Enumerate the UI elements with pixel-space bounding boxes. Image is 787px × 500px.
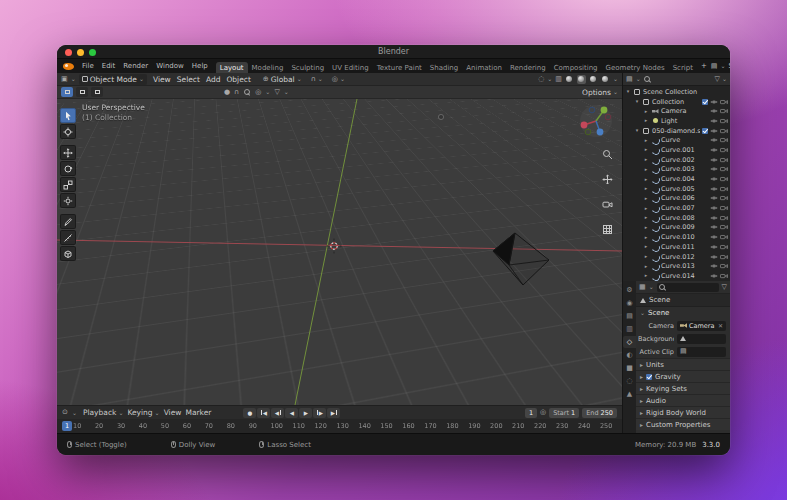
breadcrumb-label[interactable]: Scene xyxy=(649,296,670,304)
eye-icon[interactable] xyxy=(710,263,718,269)
camera-toggle-icon[interactable] xyxy=(720,244,728,250)
workspace-tab[interactable]: Sculpting xyxy=(287,62,328,73)
workspace-tab[interactable]: Animation xyxy=(462,62,506,73)
camera-toggle-icon[interactable] xyxy=(720,99,728,105)
select-mode-subtract-button[interactable] xyxy=(91,87,103,97)
properties-tab[interactable] xyxy=(623,323,636,335)
scene-selector[interactable]: Scene xyxy=(728,62,730,70)
menubar-item[interactable]: Window xyxy=(152,62,188,70)
properties-editor-icon[interactable]: ▦ xyxy=(639,284,646,291)
chevron-down-icon[interactable]: ⌄ xyxy=(340,76,345,82)
workspace-tab[interactable]: UV Editing xyxy=(328,62,373,73)
outliner-row[interactable]: ▸ Curve xyxy=(623,135,730,145)
scale-tool[interactable] xyxy=(60,177,76,192)
shading-rendered-button[interactable] xyxy=(601,75,610,84)
eye-icon[interactable] xyxy=(710,147,718,153)
viewport-menu-item[interactable]: Object xyxy=(223,75,253,84)
options-dropdown[interactable]: Options ⌄ xyxy=(582,88,618,97)
menubar-item[interactable]: Edit xyxy=(98,62,120,70)
menubar-item[interactable]: Render xyxy=(119,62,152,70)
camera-toggle-icon[interactable] xyxy=(720,234,728,240)
outliner-item-label[interactable]: Curve.001 xyxy=(661,146,708,154)
eye-icon[interactable] xyxy=(710,128,718,134)
timeline-menu-item[interactable]: Playback ⌄ xyxy=(81,408,126,417)
current-frame-field[interactable]: 1 xyxy=(525,408,537,418)
properties-tab[interactable] xyxy=(623,336,636,348)
workspace-tab[interactable]: Shading xyxy=(426,62,462,73)
timeline-editor-icon[interactable]: ⊙ xyxy=(62,409,68,416)
eye-icon[interactable] xyxy=(710,244,718,250)
jump-to-end-button[interactable]: ▶ xyxy=(327,408,340,418)
show-overlays-icon[interactable]: ◌ xyxy=(538,76,544,83)
play-button[interactable]: ▶ xyxy=(299,408,312,418)
chevron-down-icon[interactable]: ⌄ xyxy=(71,76,76,82)
camera-toggle-icon[interactable] xyxy=(720,108,728,114)
gizmo-toggle-icon[interactable]: ◎ xyxy=(255,89,261,96)
properties-tab[interactable] xyxy=(623,362,636,374)
properties-tab[interactable] xyxy=(623,349,636,361)
transform-tool[interactable] xyxy=(60,193,76,208)
outliner-row[interactable]: ▸ Light xyxy=(623,116,730,126)
add-workspace-button[interactable]: + xyxy=(697,62,711,70)
search-icon[interactable] xyxy=(644,75,652,83)
outliner-item-label[interactable]: Curve.014 xyxy=(661,272,708,280)
scene-section-header[interactable]: ⌄ Scene xyxy=(636,307,730,319)
properties-panel-header[interactable]: ▸ Audio xyxy=(636,394,730,406)
rotate-tool[interactable] xyxy=(60,161,76,176)
camera-toggle-icon[interactable] xyxy=(720,157,728,163)
camera-toggle-icon[interactable] xyxy=(720,186,728,192)
workspace-tab[interactable]: Rendering xyxy=(506,62,550,73)
expand-arrow-icon[interactable]: ▸ xyxy=(643,225,649,230)
camera-toggle-icon[interactable] xyxy=(720,195,728,201)
outliner-row[interactable]: ▸ Curve.002 xyxy=(623,155,730,165)
camera-toggle-icon[interactable] xyxy=(720,215,728,221)
diamond-object[interactable] xyxy=(493,233,549,285)
camera-toggle-icon[interactable] xyxy=(720,205,728,211)
outliner-item-label[interactable]: Curve.003 xyxy=(661,165,708,173)
mode-dropdown[interactable]: Object Mode ⌄ xyxy=(79,74,147,85)
workspace-tab[interactable]: Modeling xyxy=(248,62,288,73)
chevron-down-icon[interactable]: ⌄ xyxy=(649,284,654,290)
light-gizmo[interactable] xyxy=(438,114,443,119)
outliner-item-label[interactable]: Curve.002 xyxy=(661,156,708,164)
annotate-tool[interactable] xyxy=(60,214,76,229)
eye-icon[interactable] xyxy=(710,99,718,105)
camera-toggle-icon[interactable] xyxy=(720,254,728,260)
outliner-row[interactable]: ▸ Curve.003 xyxy=(623,165,730,175)
outliner-row[interactable]: ▾ Collection xyxy=(623,97,730,107)
workspace-tab[interactable]: Compositing xyxy=(550,62,602,73)
proportional-edit-icon[interactable]: ◎ xyxy=(332,76,338,83)
chevron-down-icon[interactable]: ⌄ xyxy=(265,89,270,95)
outliner-item-label[interactable]: Curve.006 xyxy=(661,194,708,202)
outliner-item-label[interactable]: Light xyxy=(661,117,708,125)
properties-tab[interactable] xyxy=(623,375,636,387)
camera-toggle-icon[interactable] xyxy=(720,147,728,153)
workspace-tab[interactable]: Texture Paint xyxy=(373,62,426,73)
properties-panel-header[interactable]: ▸ Custom Properties xyxy=(636,418,730,430)
navigation-gizmo[interactable] xyxy=(578,103,614,139)
outliner-row[interactable]: ▸ Curve.009 xyxy=(623,223,730,233)
chevron-down-icon[interactable]: ⌄ xyxy=(318,76,323,82)
properties-search-input[interactable] xyxy=(657,283,719,292)
pivot-point-icon[interactable]: ● xyxy=(224,89,230,96)
toggle-ortho-button[interactable] xyxy=(602,220,613,239)
properties-panel-header[interactable]: ▸ Gravity xyxy=(636,370,730,382)
shading-material-button[interactable] xyxy=(589,75,598,84)
cursor-tool[interactable] xyxy=(60,124,76,139)
chevron-down-icon[interactable]: ⌄ xyxy=(284,89,289,95)
frame-end-field[interactable]: End250 xyxy=(582,408,617,418)
measure-tool[interactable] xyxy=(60,230,76,245)
camera-toggle-icon[interactable] xyxy=(720,224,728,230)
eye-icon[interactable] xyxy=(710,195,718,201)
xray-toggle-icon[interactable]: ▥ xyxy=(555,76,562,83)
overlay-filter-icon[interactable]: ▽ xyxy=(274,89,279,96)
camera-selector[interactable]: Camera ✕ xyxy=(677,321,726,331)
auto-key-record-button[interactable]: ● xyxy=(243,408,256,418)
expand-arrow-icon[interactable]: ▸ xyxy=(643,138,649,143)
filter-funnel-icon[interactable]: ▽ xyxy=(715,76,720,83)
timeline-menu-item[interactable]: Marker xyxy=(183,408,213,417)
play-reverse-button[interactable]: ◀ xyxy=(285,408,298,418)
outliner-row[interactable]: ▸ Curve.008 xyxy=(623,213,730,223)
camera-toggle-icon[interactable] xyxy=(720,166,728,172)
collection-checkbox[interactable] xyxy=(702,99,708,105)
